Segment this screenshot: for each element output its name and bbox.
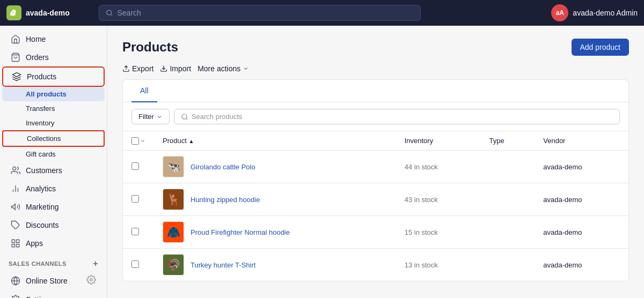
sidebar-item-marketing[interactable]: Marketing — [2, 198, 105, 216]
row-vendor-cell: avada-demo — [535, 151, 628, 183]
search-input[interactable] — [117, 9, 414, 17]
row-checkbox-cell — [123, 249, 154, 281]
sidebar-sub-item-collections[interactable]: Collections — [2, 130, 105, 147]
orders-icon — [11, 53, 20, 62]
product-link[interactable]: Turkey hunter T-Shirt — [191, 261, 255, 269]
row-checkbox[interactable] — [131, 260, 139, 268]
inventory-value: 13 in stock — [405, 261, 438, 269]
product-image: 🦃 — [163, 254, 184, 275]
row-type-cell — [480, 249, 535, 281]
settings-icon — [11, 295, 20, 298]
svg-marker-2 — [13, 73, 21, 77]
sidebar-item-label: Analytics — [26, 184, 56, 193]
sidebar-sub-item-all-products[interactable]: All products — [2, 87, 105, 101]
inventory-value: 43 in stock — [405, 196, 438, 204]
customers-icon — [11, 166, 20, 175]
sidebar-item-label: Settings — [26, 295, 53, 298]
filter-chevron-icon — [156, 114, 163, 120]
home-icon — [11, 34, 20, 44]
filter-button[interactable]: Filter — [131, 109, 170, 124]
product-link[interactable]: Hunting zipped hoodie — [191, 196, 260, 204]
analytics-icon — [11, 184, 20, 193]
page-title: Products — [122, 40, 178, 55]
product-link[interactable]: Girolando cattle Polo — [191, 163, 255, 171]
sidebar-item-customers[interactable]: Customers — [2, 161, 105, 180]
row-type-cell — [480, 151, 535, 183]
top-nav-right: aA avada-demo Admin — [551, 4, 638, 21]
main-content: Products Add product Export Import More … — [107, 26, 644, 298]
shopify-logo — [6, 5, 21, 20]
search-products-input[interactable] — [192, 113, 613, 121]
sidebar-item-settings[interactable]: Settings — [2, 290, 105, 298]
row-inventory-cell: 15 in stock — [396, 216, 481, 249]
table-row: 🦌 Hunting zipped hoodie 43 in stock avad… — [123, 183, 628, 216]
row-checkbox[interactable] — [131, 228, 139, 235]
avatar[interactable]: aA — [551, 4, 568, 21]
products-icon — [12, 72, 21, 81]
inventory-value: 44 in stock — [405, 163, 438, 171]
online-store-icon — [11, 276, 20, 286]
sidebar-item-label: Apps — [26, 239, 43, 248]
row-type-cell — [480, 216, 535, 249]
search-products-container[interactable] — [174, 109, 620, 124]
product-image: 🧥 — [163, 221, 184, 243]
add-product-button[interactable]: Add product — [572, 39, 630, 56]
vendor-value: avada-demo — [543, 261, 582, 269]
sidebar-sub-item-gift-cards[interactable]: Gift cards — [2, 147, 105, 161]
search-bar[interactable] — [99, 5, 421, 21]
top-nav: avada-demo aA avada-demo Admin — [0, 0, 644, 26]
products-table-body: 🐄 Girolando cattle Polo 44 in stock avad… — [123, 151, 628, 281]
products-table: Product ▲ Inventory Type Vendor — [123, 131, 628, 281]
filter-search-bar: Filter — [123, 102, 628, 131]
sidebar-item-analytics[interactable]: Analytics — [2, 180, 105, 198]
sidebar-item-orders[interactable]: Orders — [2, 48, 105, 66]
products-card: All Filter — [122, 79, 629, 281]
table-row: 🧥 Proud Firefighter Normal hoodie 15 in … — [123, 216, 628, 249]
sales-channels-label: SALES CHANNELS + — [0, 252, 107, 271]
chevron-down-icon — [243, 65, 249, 72]
more-actions-link[interactable]: More actions — [197, 64, 249, 73]
header-product: Product ▲ — [154, 131, 396, 151]
row-vendor-cell: avada-demo — [535, 249, 628, 281]
inventory-value: 15 in stock — [405, 228, 438, 236]
sidebar-item-online-store[interactable]: Online Store — [2, 271, 105, 290]
row-vendor-cell: avada-demo — [535, 183, 628, 216]
brand[interactable]: avada-demo — [6, 5, 92, 20]
import-link[interactable]: Import — [160, 64, 191, 73]
sidebar-item-label: Products — [27, 72, 56, 81]
select-all-checkbox[interactable] — [131, 137, 139, 145]
action-bar: Export Import More actions — [122, 64, 629, 73]
header-vendor: Vendor — [535, 131, 628, 151]
row-product-cell: 🧥 Proud Firefighter Normal hoodie — [154, 216, 396, 249]
svg-rect-9 — [12, 240, 14, 242]
sidebar-item-apps[interactable]: Apps — [2, 234, 105, 252]
header-type: Type — [480, 131, 535, 151]
sidebar-item-products[interactable]: Products — [2, 66, 105, 87]
sidebar-sub-item-inventory[interactable]: Inventory — [2, 116, 105, 130]
svg-rect-11 — [17, 244, 19, 247]
discounts-icon — [11, 220, 20, 230]
row-product-cell: 🐄 Girolando cattle Polo — [154, 151, 396, 183]
product-link[interactable]: Proud Firefighter Normal hoodie — [191, 228, 290, 236]
checkbox-chevron-icon[interactable] — [140, 138, 145, 144]
sort-icon[interactable]: ▲ — [188, 138, 194, 144]
export-icon — [122, 65, 130, 72]
settings-gear-icon[interactable] — [86, 275, 96, 286]
apps-icon — [11, 239, 20, 248]
product-image: 🐄 — [163, 156, 184, 177]
sidebar-item-home[interactable]: Home — [2, 30, 105, 48]
row-checkbox[interactable] — [131, 195, 139, 203]
brand-name: avada-demo — [26, 9, 70, 17]
export-link[interactable]: Export — [122, 64, 153, 73]
add-sales-channel-icon[interactable]: + — [93, 259, 98, 269]
table-header: Product ▲ Inventory Type Vendor — [123, 131, 628, 151]
marketing-icon — [11, 202, 20, 212]
sidebar-item-label: Customers — [26, 166, 62, 175]
row-checkbox[interactable] — [131, 162, 139, 170]
svg-rect-12 — [12, 244, 14, 247]
sidebar-sub-item-transfers[interactable]: Transfers — [2, 101, 105, 116]
row-checkbox-cell — [123, 183, 154, 216]
products-table-container: Product ▲ Inventory Type Vendor — [123, 131, 628, 281]
tab-all[interactable]: All — [131, 80, 157, 102]
sidebar-item-discounts[interactable]: Discounts — [2, 216, 105, 234]
